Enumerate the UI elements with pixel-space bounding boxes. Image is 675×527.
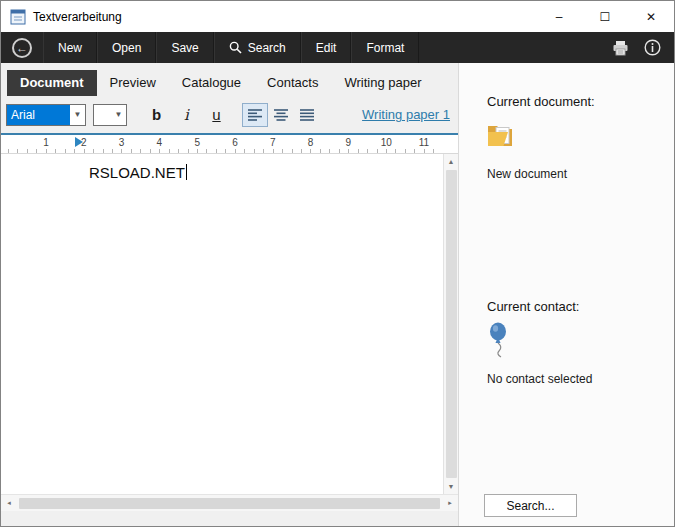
ruler-number: 7 xyxy=(270,137,276,148)
vertical-scrollbar[interactable]: ▲ ▼ xyxy=(443,154,458,494)
ruler-number: 11 xyxy=(419,137,429,148)
info-icon xyxy=(644,39,661,56)
printer-icon xyxy=(612,40,629,56)
chevron-down-icon: ▼ xyxy=(111,110,126,119)
tab-document[interactable]: Document xyxy=(7,70,97,96)
open-button[interactable]: Open xyxy=(97,32,156,63)
new-button[interactable]: New xyxy=(43,32,97,63)
horizontal-scroll-thumb[interactable] xyxy=(19,498,440,509)
scroll-right-icon[interactable]: ▸ xyxy=(442,495,458,511)
tab-writing-paper[interactable]: Writing paper xyxy=(331,70,434,96)
scroll-down-icon[interactable]: ▼ xyxy=(444,479,458,494)
font-name-value: Arial xyxy=(7,105,70,125)
ruler-number: 9 xyxy=(346,137,352,148)
info-button[interactable] xyxy=(636,32,668,63)
align-center-icon xyxy=(274,109,288,121)
font-size-select[interactable]: ▼ xyxy=(93,104,127,126)
contact-balloon-icon xyxy=(489,322,674,362)
search-label: Search xyxy=(248,41,286,55)
format-toolbar: Arial ▼ ▼ b i u xyxy=(1,96,458,133)
tab-preview[interactable]: Preview xyxy=(97,70,169,96)
edit-button[interactable]: Edit xyxy=(301,32,352,63)
alignment-group xyxy=(242,103,320,127)
back-arrow-icon: ← xyxy=(12,38,32,58)
horizontal-scrollbar[interactable]: ◂ ▸ xyxy=(1,494,458,511)
ruler-number: 6 xyxy=(232,137,238,148)
contact-search-button[interactable]: Search... xyxy=(484,494,577,517)
scroll-up-icon[interactable]: ▲ xyxy=(444,154,458,169)
document-folder-icon xyxy=(487,122,674,152)
italic-button[interactable]: i xyxy=(174,103,199,127)
ruler-number: 3 xyxy=(119,137,125,148)
print-button[interactable] xyxy=(604,32,636,63)
text-caret xyxy=(186,164,187,180)
toolbar-spacer xyxy=(419,32,604,63)
indent-marker-icon[interactable] xyxy=(75,137,83,147)
font-select[interactable]: Arial ▼ xyxy=(6,104,86,126)
ruler-number: 10 xyxy=(381,137,392,148)
current-contact-label: Current contact: xyxy=(487,299,674,314)
align-left-button[interactable] xyxy=(242,103,268,127)
search-icon xyxy=(229,41,242,54)
underline-button[interactable]: u xyxy=(204,103,229,127)
chevron-down-icon: ▼ xyxy=(70,110,85,119)
tab-catalogue[interactable]: Catalogue xyxy=(169,70,254,96)
side-panel: Current document: New document Current c… xyxy=(458,63,674,526)
app-icon xyxy=(10,9,26,25)
close-button[interactable]: ✕ xyxy=(628,1,674,32)
minimize-button[interactable]: – xyxy=(536,1,582,32)
format-button[interactable]: Format xyxy=(351,32,419,63)
ruler-number: 5 xyxy=(194,137,200,148)
document-status: New document xyxy=(487,167,674,181)
align-left-icon xyxy=(248,109,262,121)
window-title: Textverarbeitung xyxy=(33,10,122,24)
bottom-gap xyxy=(1,511,458,526)
align-justify-button[interactable] xyxy=(294,103,320,127)
search-button[interactable]: Search xyxy=(214,32,301,63)
title-bar: Textverarbeitung – ☐ ✕ xyxy=(1,1,674,32)
font-size-value xyxy=(94,105,111,125)
document-canvas[interactable]: RSLOAD.NET xyxy=(1,154,443,494)
align-justify-icon xyxy=(300,109,314,121)
back-button[interactable]: ← xyxy=(1,32,43,63)
ruler-number: 8 xyxy=(308,137,314,148)
ruler-number: 1 xyxy=(43,137,49,148)
maximize-button[interactable]: ☐ xyxy=(582,1,628,32)
document-row: RSLOAD.NET ▲ ▼ xyxy=(1,154,458,494)
window-controls: – ☐ ✕ xyxy=(536,1,674,32)
contact-status: No contact selected xyxy=(487,372,674,386)
tab-contacts[interactable]: Contacts xyxy=(254,70,331,96)
bold-button[interactable]: b xyxy=(144,103,169,127)
main-toolbar: ← New Open Save Search Edit Format xyxy=(1,32,674,63)
editor-column: Document Preview Catalogue Contacts Writ… xyxy=(1,63,458,526)
ruler-number: 4 xyxy=(157,137,163,148)
scroll-left-icon[interactable]: ◂ xyxy=(1,495,17,511)
vertical-scroll-thumb[interactable] xyxy=(446,170,457,478)
align-center-button[interactable] xyxy=(268,103,294,127)
main-area: Document Preview Catalogue Contacts Writ… xyxy=(1,63,674,526)
writing-paper-link[interactable]: Writing paper 1 xyxy=(362,107,450,122)
document-text: RSLOAD.NET xyxy=(89,164,187,181)
current-document-label: Current document: xyxy=(487,94,674,109)
app-window: Textverarbeitung – ☐ ✕ ← New Open Save S… xyxy=(0,0,675,527)
ruler-ticks xyxy=(8,149,442,153)
tab-bar: Document Preview Catalogue Contacts Writ… xyxy=(1,63,458,96)
save-button[interactable]: Save xyxy=(156,32,213,63)
ruler[interactable]: 1234567891011 xyxy=(1,135,458,154)
